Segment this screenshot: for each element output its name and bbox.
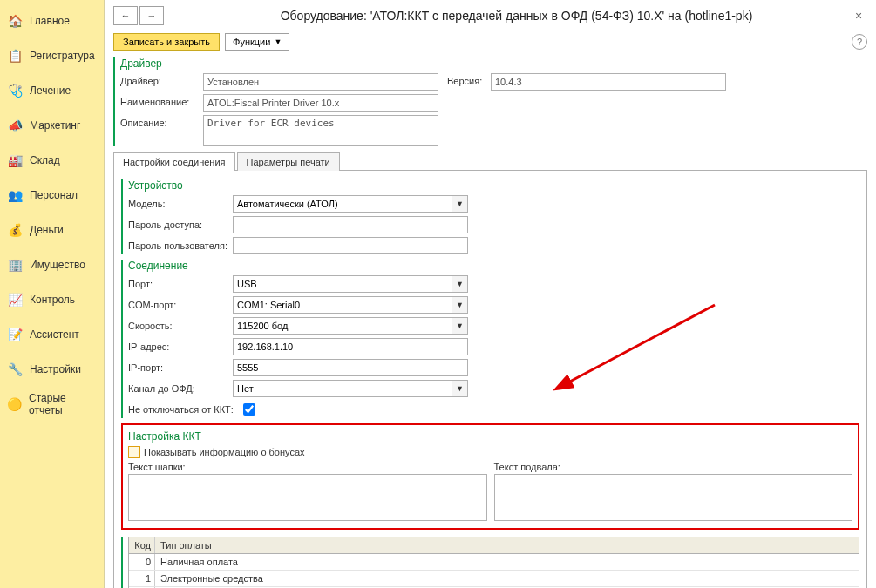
- sidebar-item-sklad[interactable]: 🏭 Склад: [0, 143, 104, 178]
- sidebar-item-label: Контроль: [30, 294, 75, 306]
- clipboard-icon: 📋: [7, 48, 23, 64]
- desc-value[interactable]: Driver for ECR devices: [203, 115, 438, 146]
- chevron-down-icon[interactable]: ▼: [452, 380, 468, 397]
- no-disconnect-kkt-checkbox[interactable]: [243, 403, 255, 416]
- sidebar-item-registratura[interactable]: 📋 Регистратура: [0, 38, 104, 73]
- sidebar-item-label: Маркетинг: [30, 119, 80, 132]
- cell-code: 0: [129, 554, 155, 570]
- sidebar-item-assistent[interactable]: 📝 Ассистент: [0, 317, 104, 352]
- home-icon: 🏠: [7, 13, 23, 29]
- forward-button[interactable]: →: [139, 6, 164, 25]
- sidebar-item-main[interactable]: 🏠 Главное: [0, 3, 104, 38]
- port-select[interactable]: [233, 275, 452, 293]
- connection-section-title: Соединение: [128, 260, 859, 272]
- ofd-select[interactable]: [233, 380, 452, 397]
- people-icon: 👥: [7, 187, 23, 203]
- ip-label: IP-адрес:: [128, 341, 233, 352]
- header-text-label: Текст шапки:: [128, 462, 487, 472]
- sidebar-item-label: Персонал: [30, 189, 78, 201]
- table-row[interactable]: 0 Наличная оплата: [129, 554, 859, 571]
- assistant-icon: 📝: [7, 327, 23, 342]
- sidebar-item-label: Склад: [30, 154, 60, 166]
- functions-button[interactable]: Функции ▼: [225, 33, 289, 51]
- chevron-down-icon: ▼: [274, 37, 282, 46]
- driver-section-title: Драйвер: [120, 57, 867, 70]
- tab-body: Устройство Модель: ▼ Пароль доступа: Пар…: [113, 171, 867, 588]
- driver-value[interactable]: [203, 73, 438, 91]
- chevron-down-icon[interactable]: ▼: [452, 195, 468, 213]
- com-label: COM-порт:: [128, 300, 233, 310]
- wrench-icon: 🔧: [7, 362, 23, 377]
- main-area: ← → Оборудование: 'АТОЛ:ККТ с передачей …: [105, 0, 876, 588]
- footer-text-input[interactable]: [494, 474, 853, 521]
- col-code: Код: [129, 537, 155, 553]
- show-bonus-info-checkbox[interactable]: [128, 446, 140, 458]
- cell-type: Электронные средства: [155, 571, 859, 586]
- functions-label: Функции: [233, 37, 270, 47]
- kkt-section-title: Настройка ККТ: [128, 430, 852, 443]
- save-close-button[interactable]: Записать и закрыть: [113, 33, 220, 51]
- marketing-icon: 📣: [7, 118, 23, 133]
- tab-print-params[interactable]: Параметры печати: [237, 152, 340, 171]
- com-select[interactable]: [233, 296, 452, 314]
- desc-label: Описание:: [120, 115, 203, 128]
- page-title: Оборудование: 'АТОЛ:ККТ с передачей данн…: [166, 9, 850, 23]
- bonus-label: Показывать информацию о бонусах: [144, 447, 305, 457]
- cell-type: Наличная оплата: [155, 554, 859, 570]
- name-value[interactable]: [203, 94, 438, 112]
- name-label: Наименование:: [120, 94, 203, 107]
- chevron-down-icon[interactable]: ▼: [452, 296, 468, 314]
- cell-code: 1: [129, 571, 155, 586]
- header-text-input[interactable]: [128, 474, 487, 521]
- nokkt-label: Не отключаться от ККТ:: [128, 404, 240, 415]
- close-icon[interactable]: ×: [850, 9, 867, 23]
- sidebar-item-lechenie[interactable]: 🩺 Лечение: [0, 73, 104, 108]
- sidebar-item-imuschestvo[interactable]: 🏢 Имущество: [0, 247, 104, 282]
- sidebar-item-kontrol[interactable]: 📈 Контроль: [0, 282, 104, 317]
- sidebar: 🏠 Главное 📋 Регистратура 🩺 Лечение 📣 Мар…: [0, 0, 105, 588]
- speed-select[interactable]: [233, 317, 452, 335]
- sidebar-item-label: Старые отчеты: [29, 392, 97, 416]
- treatment-icon: 🩺: [7, 83, 23, 98]
- version-label: Версия:: [447, 73, 491, 86]
- model-label: Модель:: [128, 199, 233, 209]
- table-row[interactable]: 1 Электронные средства: [129, 571, 859, 587]
- ip-input[interactable]: [233, 338, 468, 355]
- col-type: Тип оплаты: [155, 537, 859, 553]
- chevron-down-icon[interactable]: ▼: [452, 317, 468, 335]
- sidebar-item-label: Главное: [30, 15, 70, 27]
- sidebar-item-nastroiki[interactable]: 🔧 Настройки: [0, 352, 104, 387]
- help-icon[interactable]: ?: [852, 34, 867, 50]
- reports-icon: 🟡: [7, 396, 22, 412]
- sidebar-item-personal[interactable]: 👥 Персонал: [0, 178, 104, 213]
- chart-icon: 📈: [7, 292, 23, 308]
- money-icon: 💰: [7, 222, 23, 238]
- driver-label: Драйвер:: [120, 73, 203, 86]
- speed-label: Скорость:: [128, 321, 233, 331]
- model-select[interactable]: [233, 195, 452, 213]
- sidebar-item-dengi[interactable]: 💰 Деньги: [0, 213, 104, 247]
- ipport-input[interactable]: [233, 359, 468, 376]
- sidebar-item-label: Ассистент: [30, 328, 79, 341]
- sidebar-item-label: Настройки: [30, 363, 81, 375]
- pwd-access-label: Пароль доступа:: [128, 220, 233, 230]
- driver-section: Драйвер Драйвер: Версия: Наименование: О…: [113, 57, 867, 146]
- sidebar-item-label: Имущество: [30, 259, 85, 271]
- ipport-label: IP-порт:: [128, 362, 233, 373]
- chevron-down-icon[interactable]: ▼: [452, 275, 468, 293]
- version-value[interactable]: [491, 73, 726, 91]
- kkt-highlight-frame: Настройка ККТ Показывать информацию о бо…: [121, 423, 859, 530]
- tab-connection-settings[interactable]: Настройки соединения: [113, 152, 235, 171]
- device-section-title: Устройство: [128, 179, 859, 192]
- sidebar-item-starye-otchety[interactable]: 🟡 Старые отчеты: [0, 387, 104, 422]
- sidebar-item-marketing[interactable]: 📣 Маркетинг: [0, 108, 104, 143]
- port-label: Порт:: [128, 279, 233, 289]
- ofd-label: Канал до ОФД:: [128, 383, 233, 394]
- sidebar-item-label: Лечение: [30, 84, 71, 97]
- back-button[interactable]: ←: [113, 6, 138, 25]
- payment-types-table: Код Тип оплаты 0 Наличная оплата 1 Элект…: [128, 537, 859, 588]
- pwd-user-label: Пароль пользователя:: [128, 240, 233, 251]
- pwd-access-input[interactable]: [233, 216, 468, 233]
- warehouse-icon: 🏭: [7, 152, 23, 168]
- pwd-user-input[interactable]: [233, 237, 468, 254]
